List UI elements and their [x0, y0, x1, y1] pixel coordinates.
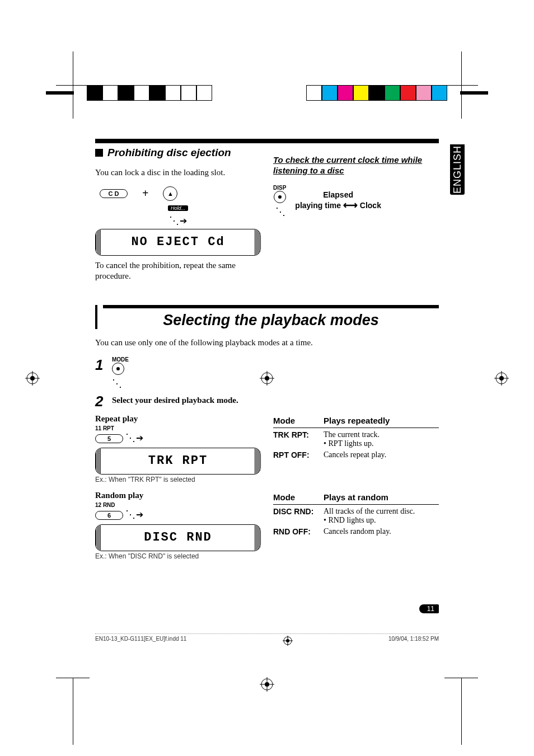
svg-point-15	[30, 376, 35, 381]
lcd-display-no-eject: NO EJECT Cd	[95, 229, 261, 256]
disp-label: DISP	[273, 185, 286, 191]
lcd-display-trk-rpt: TRK RPT	[95, 448, 261, 475]
lock-disc-text: You can lock a disc in the loading slot.	[95, 167, 261, 178]
press-indicator-icon: ⋱	[169, 215, 177, 226]
repeat-desc-trkrpt: The current track.	[324, 430, 380, 439]
random-title: Random play	[95, 490, 261, 501]
registration-mark-left	[25, 371, 40, 386]
repeat-head-mode: Mode	[273, 416, 324, 425]
random-caption: Ex.: When "DISC RND" is selected	[95, 552, 261, 560]
double-arrow-icon: ⟷	[343, 200, 358, 211]
press-indicator-icon: ⋱	[125, 509, 134, 520]
section-heading: Prohibiting disc ejection	[95, 147, 261, 159]
mode-button	[112, 363, 124, 375]
step-number-2: 2	[95, 393, 107, 410]
random-play-block: Random play 12 RND 6 ⋱ ➔ DISC RND Ex.: W…	[95, 490, 261, 560]
eject-buttons-illustration: C D + ▲	[100, 186, 261, 201]
press-indicator-icon: ⋱	[112, 378, 120, 389]
press-arrow-icon: ➔	[136, 433, 143, 443]
random-table: Mode Plays at random DISC RND: All track…	[273, 490, 439, 560]
eject-button: ▲	[163, 186, 177, 201]
repeat-mode-off: RPT OFF	[273, 450, 307, 459]
language-tab: ENGLISH	[450, 144, 465, 195]
repeat-table: Mode Plays repeatedly TRK RPT: The curre…	[273, 414, 439, 483]
random-desc-off: Cancels random play.	[324, 527, 439, 536]
plus-icon: +	[142, 187, 148, 200]
repeat-mode-trkrpt: TRK RPT	[273, 430, 306, 439]
rnd-button-6: 6	[95, 511, 123, 520]
lcd-display-disc-rnd: DISC RND	[95, 524, 261, 551]
hold-chip: Hold...	[168, 205, 188, 211]
clock-heading: To check the current clock time while li…	[273, 155, 439, 176]
svg-point-11	[499, 376, 504, 381]
disp-button	[274, 191, 286, 203]
repeat-head-desc: Plays repeatedly	[324, 416, 439, 425]
repeat-caption: Ex.: When "TRK RPT" is selected	[95, 476, 261, 483]
random-desc-discrnd: All tracks of the current disc.	[324, 507, 415, 515]
playback-modes-section: Selecting the playback modes You can use…	[95, 305, 439, 560]
rnd-chip-label: 12 RND	[95, 502, 261, 508]
random-head-mode: Mode	[273, 492, 324, 502]
repeat-desc-off: Cancels repeat play.	[324, 450, 439, 459]
color-blocks-right	[306, 85, 447, 101]
registration-mark-right	[494, 371, 509, 386]
press-indicator-icon: ⋱	[275, 206, 284, 217]
random-head-desc: Plays at random	[324, 492, 439, 502]
random-bullet: • RND lights up.	[324, 516, 376, 524]
svg-point-19	[286, 639, 289, 642]
step-number-1: 1	[95, 356, 107, 374]
page-number: 11	[419, 603, 439, 613]
repeat-title: Repeat play	[95, 414, 261, 424]
disp-button-illustration: DISP ⋱	[273, 185, 286, 218]
print-bleed-top	[0, 85, 534, 101]
footer-filename: EN10-13_KD-G111[EX_EU]f.indd 11	[95, 636, 186, 646]
playback-modes-title: Selecting the playback modes	[103, 312, 439, 329]
random-mode-discrnd: DISC RND	[273, 507, 311, 516]
rpt-button-5: 5	[95, 434, 123, 443]
print-bleed-bottom	[0, 678, 534, 711]
prohibiting-disc-ejection-section: Prohibiting disc ejection You can lock a…	[95, 147, 261, 289]
footer-timestamp: 10/9/04, 1:18:52 PM	[388, 636, 439, 646]
step-2: 2 Select your desired playback mode.	[95, 393, 439, 410]
repeat-play-block: Repeat play 11 RPT 5 ⋱ ➔ TRK RPT Ex.: Wh…	[95, 414, 261, 483]
registration-mark-footer	[283, 636, 293, 646]
check-clock-section: To check the current clock time while li…	[273, 147, 439, 289]
random-mode-off: RND OFF	[273, 527, 308, 536]
step-2-text: Select your desired playback mode.	[112, 395, 238, 406]
step-1: 1 MODE ⋱	[95, 356, 439, 389]
color-blocks-left	[87, 85, 212, 101]
playback-modes-lead: You can use only one of the following pl…	[95, 337, 439, 348]
press-indicator-icon: ⋱	[125, 432, 134, 443]
mode-label: MODE	[112, 356, 129, 363]
press-arrow-icon: ➔	[136, 510, 143, 519]
repeat-bullet: • RPT lights up.	[324, 439, 373, 448]
clock-toggle-text: Elapsed playing time ⟷ Clock	[295, 190, 381, 212]
cancel-prohibition-text: To cancel the prohibition, repeat the sa…	[95, 260, 261, 281]
rpt-chip-label: 11 RPT	[95, 425, 261, 431]
print-footer: EN10-13_KD-G111[EX_EU]f.indd 11 10/9/04,…	[95, 633, 439, 646]
section-bullet-icon	[95, 149, 103, 157]
cd-button: C D	[100, 189, 128, 198]
press-arrow-icon: ➔	[180, 216, 187, 226]
manual-page: Prohibiting disc ejection You can lock a…	[95, 139, 439, 560]
